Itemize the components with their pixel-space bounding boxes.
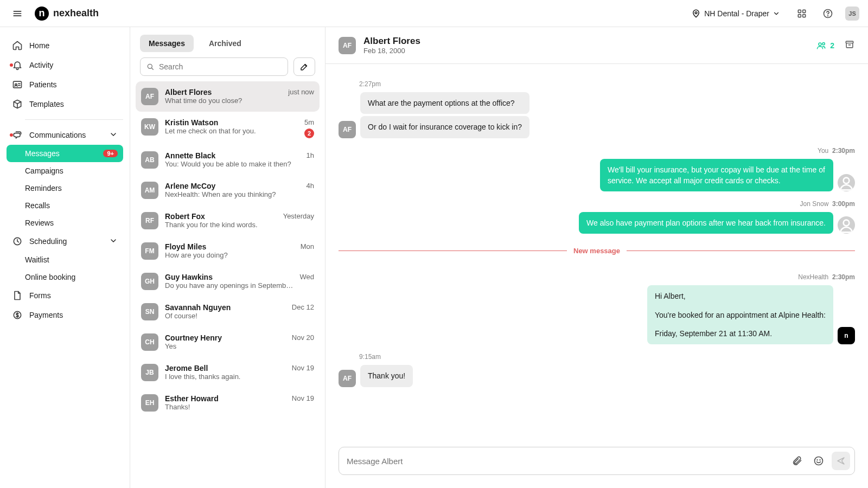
nav-forms-label: Forms [29, 291, 51, 300]
conversation-item[interactable]: EH Esther Howard Thanks! Nov 19 [136, 388, 320, 418]
conversation-time: Wed [300, 273, 315, 281]
svg-rect-5 [803, 10, 806, 12]
chat-scroll[interactable]: 2:27pm AF What are the payment options a… [326, 64, 868, 439]
conversation-item[interactable]: AF Albert Flores What time do you close?… [136, 81, 320, 112]
composer-input[interactable] [347, 457, 784, 466]
nav-online-booking[interactable]: Online booking [7, 268, 123, 286]
messages-badge: 9+ [103, 150, 118, 157]
conversation-time: just now [288, 88, 314, 96]
nav-waitlist[interactable]: Waitlist [7, 251, 123, 268]
search-input[interactable] [159, 62, 282, 71]
search-box[interactable] [140, 57, 288, 76]
archive-button[interactable] [844, 39, 855, 52]
conversation-item[interactable]: GH Guy Hawkins Do you have any openings … [136, 266, 320, 297]
search-icon [146, 62, 155, 71]
conversation-list: AF Albert Flores What time do you close?… [130, 81, 325, 488]
attach-button[interactable] [788, 452, 806, 470]
family-count[interactable]: 2 [816, 40, 834, 51]
conversation-item[interactable]: AM Arlene McCoy NexHealth: When are you … [136, 175, 320, 206]
conversation-time: Nov 19 [292, 364, 314, 372]
conversation-item[interactable]: SN Savannah Nguyen Of course! Dec 12 [136, 297, 320, 327]
nav-templates[interactable]: Templates [7, 94, 123, 114]
conversation-name: Esther Howard [165, 394, 285, 403]
nav-reminders[interactable]: Reminders [7, 179, 123, 197]
nav-forms[interactable]: Forms [7, 286, 123, 305]
paperclip-icon [792, 455, 802, 466]
conversation-time: 4h [307, 182, 314, 190]
chevron-down-icon [109, 236, 118, 247]
message-bubble: Thank you! [360, 365, 413, 387]
conversation-item[interactable]: AB Annette Black You: Would you be able … [136, 145, 320, 175]
user-avatar[interactable]: JS [845, 7, 859, 21]
conversation-time: 1h [307, 151, 314, 159]
chat-title[interactable]: Albert Flores [363, 36, 420, 47]
conversation-time: Nov 19 [292, 394, 314, 402]
nav-campaigns[interactable]: Campaigns [7, 162, 123, 179]
tab-archived[interactable]: Archived [200, 35, 250, 52]
conversation-item[interactable]: RF Robert Fox Thank you for the kind wor… [136, 206, 320, 236]
conversation-name: Jerome Bell [165, 364, 285, 373]
conversation-name: Courtney Henry [165, 333, 285, 342]
brand-name: nexhealth [53, 8, 99, 19]
conversation-item[interactable]: FM Floyd Miles How are you doing? Mon [136, 236, 320, 266]
svg-point-9 [828, 15, 828, 16]
nav-messages[interactable]: Messages 9+ [7, 145, 123, 162]
conversation-avatar: GH [141, 273, 158, 290]
compose-button[interactable] [293, 57, 315, 76]
nav-communications[interactable]: Communications [7, 125, 123, 145]
conversation-name: Floyd Miles [165, 242, 294, 251]
help-icon[interactable] [819, 5, 837, 22]
conversation-item[interactable]: CH Courtney Henry Yes Nov 20 [136, 327, 320, 357]
nav-scheduling-label: Scheduling [29, 237, 67, 246]
location-icon [691, 9, 701, 18]
tab-messages[interactable]: Messages [140, 35, 194, 52]
sidebar-nav: Home Activity Patients Templates Communi… [0, 27, 130, 488]
conversation-name: Annette Black [165, 151, 300, 160]
chat-bubbles-icon [12, 130, 23, 140]
conversation-preview: How are you doing? [165, 251, 294, 259]
nav-activity-label: Activity [29, 61, 53, 69]
nav-home[interactable]: Home [7, 36, 123, 55]
conversation-preview: NexHealth: When are you thinking? [165, 190, 300, 198]
conversation-item[interactable]: KW Kristin Watson Let me check on that f… [136, 112, 320, 145]
new-message-divider: New message [339, 247, 855, 255]
nav-templates-label: Templates [29, 100, 64, 108]
emoji-button[interactable] [810, 452, 827, 470]
nav-recalls[interactable]: Recalls [7, 197, 123, 214]
nav-reviews[interactable]: Reviews [7, 214, 123, 232]
conversation-name: Arlene McCoy [165, 182, 300, 190]
svg-point-20 [822, 42, 825, 44]
chat-panel: AF Albert Flores Feb 18, 2000 2 [326, 27, 868, 488]
nav-payments[interactable]: Payments [7, 305, 123, 325]
menu-toggle[interactable] [9, 5, 26, 22]
sender-avatar [838, 174, 855, 191]
apps-grid-icon[interactable] [793, 5, 810, 22]
conversation-name: Albert Flores [165, 88, 282, 97]
svg-line-18 [151, 68, 153, 69]
conversation-preview: Yes [165, 342, 285, 350]
message-row: Hi Albert, You're booked for an appointm… [339, 285, 855, 344]
message-row: We'll bill your insurance, but your copa… [339, 159, 855, 192]
conversation-preview: Let me check on that for you. [165, 127, 298, 135]
conversation-preview: Of course! [165, 312, 285, 320]
svg-rect-4 [798, 10, 801, 12]
conversation-preview: What time do you close? [165, 97, 282, 105]
conversation-avatar: AF [141, 88, 158, 105]
conversation-avatar: JB [141, 364, 158, 381]
conversation-avatar: SN [141, 303, 158, 320]
message-bubble: We'll bill your insurance, but your copa… [600, 159, 833, 192]
conversation-time: Yesterday [283, 212, 314, 220]
bell-icon [12, 60, 23, 70]
conversation-name: Kristin Watson [165, 118, 298, 127]
nav-scheduling[interactable]: Scheduling [7, 232, 123, 251]
conversation-avatar: AB [141, 151, 158, 169]
conversation-item[interactable]: JB Jerome Bell I love this, thanks again… [136, 357, 320, 388]
nav-activity[interactable]: Activity [7, 55, 123, 75]
location-name: NH Dental - Draper [704, 9, 769, 18]
location-picker[interactable]: NH Dental - Draper [687, 7, 784, 21]
archive-icon [844, 39, 855, 50]
brand-logo[interactable]: n nexhealth [35, 7, 99, 21]
send-button[interactable] [832, 452, 850, 470]
nav-patients[interactable]: Patients [7, 75, 123, 94]
message-bubble: Hi Albert, You're booked for an appointm… [647, 285, 833, 344]
